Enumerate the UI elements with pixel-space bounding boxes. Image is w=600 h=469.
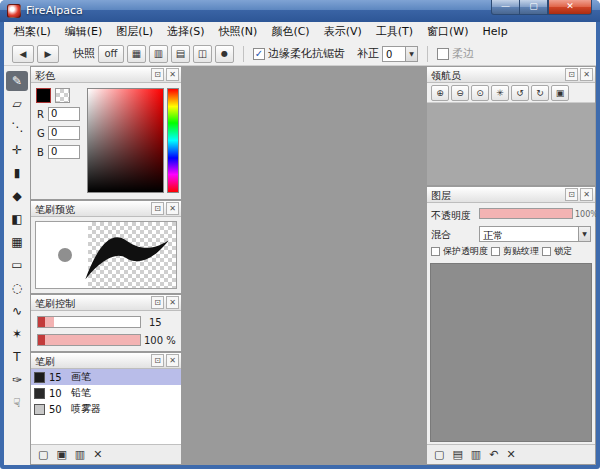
blur-tool-icon[interactable]: ⋱ bbox=[6, 117, 28, 137]
rotate-right-icon[interactable]: ↻ bbox=[531, 85, 549, 101]
menu-item-snapshot[interactable]: 快照(N) bbox=[212, 22, 265, 42]
menu-item-select[interactable]: 选择(S) bbox=[160, 22, 212, 42]
close-panel-icon[interactable]: ✕ bbox=[166, 68, 179, 81]
menu-item-window[interactable]: 窗口(W) bbox=[420, 22, 475, 42]
float-panel-icon[interactable]: ⊡ bbox=[151, 68, 164, 81]
duplicate-layer-icon[interactable]: ▥ bbox=[471, 448, 481, 461]
float-panel-icon[interactable]: ⊡ bbox=[151, 202, 164, 215]
layers-header[interactable]: 图层 ⊡ ✕ bbox=[427, 187, 595, 203]
correction-dropdown[interactable]: 0 ▼ bbox=[382, 46, 418, 62]
new-layer-icon[interactable]: ▢ bbox=[434, 448, 444, 461]
delete-layer-icon[interactable]: ✕ bbox=[506, 448, 515, 461]
navigator-header[interactable]: 领航员 ⊡ ✕ bbox=[427, 67, 595, 83]
brush-opacity-value: 100 % bbox=[144, 335, 176, 346]
fill-tool-icon[interactable]: ▮ bbox=[6, 163, 28, 183]
foreground-color-swatch[interactable] bbox=[36, 88, 51, 103]
b-input[interactable]: 0 bbox=[48, 145, 80, 159]
hue-slider[interactable] bbox=[167, 88, 179, 193]
layer-opacity-slider[interactable] bbox=[479, 208, 573, 219]
clipping-checkbox[interactable] bbox=[491, 247, 500, 256]
new-brush-icon[interactable]: ▢ bbox=[38, 448, 48, 461]
eyedropper-tool-icon[interactable]: ✑ bbox=[6, 370, 28, 390]
close-panel-icon[interactable]: ✕ bbox=[166, 202, 179, 215]
blend-mode-value: 正常 bbox=[483, 229, 503, 243]
transparent-color-swatch[interactable] bbox=[55, 88, 70, 103]
text-tool-icon[interactable]: T bbox=[6, 347, 28, 367]
maximize-button[interactable]: ▢ bbox=[520, 0, 548, 15]
menu-item-edit[interactable]: 编辑(E) bbox=[58, 22, 110, 42]
menu-item-view[interactable]: 表示(V) bbox=[317, 22, 369, 42]
hlines-pattern-icon[interactable]: ▤ bbox=[171, 45, 190, 63]
duplicate-brush-icon[interactable]: ▥ bbox=[75, 448, 85, 461]
close-panel-icon[interactable]: ✕ bbox=[580, 68, 593, 81]
merge-layer-icon[interactable]: ↶ bbox=[489, 448, 498, 461]
lock-checkbox[interactable] bbox=[542, 247, 551, 256]
grid-tool-icon[interactable]: ▦ bbox=[6, 232, 28, 252]
brush-size-slider[interactable] bbox=[37, 316, 141, 328]
blend-mode-dropdown[interactable]: 正常 ▼ bbox=[479, 226, 591, 242]
menu-item-tool[interactable]: 工具(T) bbox=[369, 22, 420, 42]
saturation-value-picker[interactable] bbox=[87, 88, 164, 193]
brush-list-item[interactable]: 10 铅笔 bbox=[31, 385, 181, 401]
soft-edge-checkbox[interactable] bbox=[437, 48, 449, 60]
chevron-down-icon[interactable]: ▼ bbox=[405, 47, 417, 61]
select-ellipse-tool-icon[interactable]: ◌ bbox=[6, 278, 28, 298]
brush-control-header[interactable]: 笔刷控制 ⊡ ✕ bbox=[31, 295, 181, 311]
protect-alpha-checkbox[interactable] bbox=[431, 247, 440, 256]
brush-preview-header[interactable]: 笔刷预览 ⊡ ✕ bbox=[31, 201, 181, 217]
r-input[interactable]: 0 bbox=[48, 107, 80, 121]
float-panel-icon[interactable]: ⊡ bbox=[151, 296, 164, 309]
zoom-reset-icon[interactable]: ⊙ bbox=[471, 85, 489, 101]
brush-size: 50 bbox=[49, 404, 67, 415]
gradient-tool-icon[interactable]: ◧ bbox=[6, 209, 28, 229]
brush-opacity-slider[interactable] bbox=[37, 334, 141, 346]
color-panel-header[interactable]: 彩色 ⊡ ✕ bbox=[31, 67, 181, 83]
brush-panel-header[interactable]: 笔刷 ⊡ ✕ bbox=[31, 353, 181, 369]
zoom-in-icon[interactable]: ⊕ bbox=[431, 85, 449, 101]
menu-item-color[interactable]: 颜色(C) bbox=[264, 22, 316, 42]
g-input[interactable]: 0 bbox=[48, 126, 80, 140]
split-pattern-icon[interactable]: ◫ bbox=[193, 45, 212, 63]
title-bar[interactable]: FireAlpaca — ▢ ✕ bbox=[0, 0, 600, 22]
pen-tool-icon[interactable]: ✎ bbox=[6, 71, 28, 91]
new-folder-icon[interactable]: ▤ bbox=[452, 448, 462, 461]
bucket-tool-icon[interactable]: ◆ bbox=[6, 186, 28, 206]
float-panel-icon[interactable]: ⊡ bbox=[151, 354, 164, 367]
lasso-tool-icon[interactable]: ∿ bbox=[6, 301, 28, 321]
snapshot-next-button[interactable]: ▶ bbox=[37, 45, 59, 63]
eraser-tool-icon[interactable]: ▱ bbox=[6, 94, 28, 114]
close-panel-icon[interactable]: ✕ bbox=[166, 354, 179, 367]
magic-wand-tool-icon[interactable]: ✶ bbox=[6, 324, 28, 344]
move-tool-icon[interactable]: ✛ bbox=[6, 140, 28, 160]
delete-brush-icon[interactable]: ✕ bbox=[93, 448, 102, 461]
menu-item-help[interactable]: Help bbox=[476, 22, 515, 42]
canvas[interactable] bbox=[182, 66, 426, 465]
grid-pattern-icon[interactable]: ▦ bbox=[127, 45, 146, 63]
minimize-button[interactable]: — bbox=[491, 0, 520, 15]
zoom-out-icon[interactable]: ⊖ bbox=[451, 85, 469, 101]
layer-list[interactable] bbox=[430, 263, 592, 442]
fit-window-icon[interactable]: ▣ bbox=[551, 85, 569, 101]
brush-list-item[interactable]: 50 喷雾器 bbox=[31, 401, 181, 417]
chevron-down-icon[interactable]: ▼ bbox=[578, 227, 590, 241]
menu-item-file[interactable]: 档案(L) bbox=[7, 22, 58, 42]
menu-item-layer[interactable]: 图层(L) bbox=[109, 22, 160, 42]
vlines-pattern-icon[interactable]: ▥ bbox=[149, 45, 168, 63]
float-panel-icon[interactable]: ⊡ bbox=[565, 68, 578, 81]
select-rect-tool-icon[interactable]: ▭ bbox=[6, 255, 28, 275]
snapshot-prev-button[interactable]: ◀ bbox=[12, 45, 34, 63]
close-panel-icon[interactable]: ✕ bbox=[580, 188, 593, 201]
navigator-preview[interactable] bbox=[427, 103, 595, 185]
close-panel-icon[interactable]: ✕ bbox=[166, 296, 179, 309]
brush-list-item[interactable]: 15 画笔 bbox=[31, 369, 181, 385]
float-panel-icon[interactable]: ⊡ bbox=[565, 188, 578, 201]
reset-view-icon[interactable]: ✳ bbox=[491, 85, 509, 101]
antialias-checkbox[interactable]: ✓ bbox=[253, 48, 265, 60]
close-button[interactable]: ✕ bbox=[548, 0, 592, 15]
dot-icon[interactable]: ● bbox=[215, 45, 234, 63]
edit-brush-icon[interactable]: ▣ bbox=[56, 448, 66, 461]
hand-tool-icon[interactable]: ☟ bbox=[6, 393, 28, 413]
stabilizer-off-button[interactable]: off bbox=[98, 45, 124, 63]
rotate-left-icon[interactable]: ↺ bbox=[511, 85, 529, 101]
brush-size: 10 bbox=[49, 388, 67, 399]
